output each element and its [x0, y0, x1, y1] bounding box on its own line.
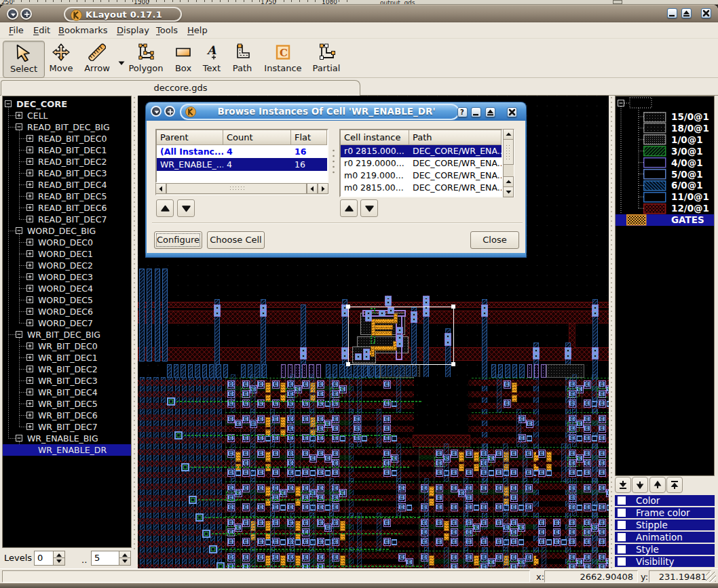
tree-node-wr_bit_dec4[interactable]: WR_BIT_DEC4 [3, 387, 131, 398]
tree-node-read_bit_dec1[interactable]: READ_BIT_DEC1 [3, 144, 131, 156]
instance-table[interactable]: Cell instancePathr0 2815.000...DEC_CORE/… [339, 129, 503, 197]
table-row[interactable]: m0 219.000...DEC_CORE/WR_ENA... [341, 170, 502, 182]
column-header[interactable]: Flat [291, 130, 327, 145]
move-to-bottom-button[interactable] [615, 477, 631, 493]
levels-to-spinbox[interactable]: 5 [91, 551, 131, 566]
menu-tools[interactable]: Tools [156, 25, 178, 35]
tree-node-wr_bit_dec6[interactable]: WR_BIT_DEC6 [3, 410, 131, 421]
menu-help[interactable]: Help [187, 25, 208, 35]
tree-node-wr_bit_dec3[interactable]: WR_BIT_DEC3 [3, 375, 131, 387]
column-header[interactable]: Parent [157, 130, 223, 145]
tree-node-word_dec4[interactable]: WORD_DEC4 [3, 283, 131, 294]
scroll-right-button[interactable] [318, 183, 328, 194]
section-animation[interactable]: Animation [615, 532, 715, 543]
dialog-help-button[interactable]: ? [457, 107, 468, 117]
table-row[interactable]: (All Instanc...416 [157, 145, 327, 158]
tree-node-word_dec6[interactable]: WORD_DEC6 [3, 306, 131, 317]
resize-grip[interactable] [706, 572, 716, 582]
dialog-minimize-button[interactable] [471, 107, 481, 117]
instance-table-vscrollbar[interactable] [503, 129, 514, 197]
layer-row-gates[interactable]: GATES [616, 214, 714, 226]
scroll-down-button[interactable] [503, 187, 514, 197]
tree-node-word_dec3[interactable]: WORD_DEC3 [3, 271, 131, 283]
section-checkbox[interactable] [618, 557, 626, 566]
table-row[interactable]: r0 2815.000...DEC_CORE/WR_ENA... [341, 145, 502, 157]
tree-node-dec_core[interactable]: DEC_CORE [3, 98, 131, 110]
configure-button[interactable]: Configure [154, 231, 202, 249]
section-checkbox[interactable] [618, 496, 626, 505]
levels-from-steppers[interactable] [53, 551, 64, 565]
layer-row-5-0-1[interactable]: 5/0@1 [616, 169, 714, 180]
minimize-button[interactable] [667, 8, 677, 18]
tree-node-word_dec2[interactable]: WORD_DEC2 [3, 260, 131, 271]
layer-row-3-0-1[interactable]: 3/0@1 [616, 146, 714, 157]
tool-box-button[interactable]: Box [168, 41, 199, 78]
titlebar[interactable]: KLayout 0.17.1 [0, 5, 718, 22]
section-style[interactable]: Style [615, 544, 715, 555]
tool-path-button[interactable]: Path [227, 41, 258, 78]
close-button[interactable] [701, 8, 711, 18]
tree-node-cell[interactable]: CELL [3, 110, 131, 121]
levels-from-spinbox[interactable]: 0 [34, 551, 65, 566]
section-color[interactable]: Color [615, 495, 715, 506]
tool-text-button[interactable]: AText [196, 41, 227, 78]
parent-prev-button[interactable] [156, 199, 174, 217]
move-up-button[interactable] [649, 477, 666, 493]
scroll-left-button[interactable] [155, 183, 166, 194]
tree-node-read_bit_dec5[interactable]: READ_BIT_DEC5 [3, 191, 131, 202]
levels-to-steppers[interactable] [119, 551, 130, 565]
table-row[interactable]: r0 219.0000...DEC_CORE/WR_ENA... [341, 157, 502, 170]
layer-list-panel[interactable]: 15/0@118/0@11/0@13/0@14/0@15/0@16/0@111/… [615, 96, 715, 476]
dialog-splitter[interactable] [331, 148, 336, 175]
close-dialog-button[interactable]: Close [470, 231, 519, 249]
column-header[interactable]: Cell instance [341, 130, 409, 145]
tree-node-read_bit_dec6[interactable]: READ_BIT_DEC6 [3, 202, 131, 214]
section-checkbox[interactable] [618, 509, 626, 517]
choose-cell-button[interactable]: Choose Cell [207, 231, 265, 249]
tree-node-read_bit_dec_big[interactable]: READ_BIT_DEC_BIG [3, 121, 131, 133]
tree-node-read_bit_dec0[interactable]: READ_BIT_DEC0 [3, 133, 131, 144]
tree-node-wr_bit_dec1[interactable]: WR_BIT_DEC1 [3, 352, 131, 364]
tool-instance-button[interactable]: CInstance [257, 41, 309, 78]
layer-row-6-0-1[interactable]: 6/0@1 [616, 180, 714, 191]
window-menu-button[interactable] [7, 8, 18, 20]
tool-polygon-button[interactable]: Polygon [122, 41, 169, 78]
layer-row-12-0-1[interactable]: 12/0@1 [616, 203, 714, 214]
tool-move-button[interactable]: Move [45, 41, 77, 78]
layer-row-11-0-1[interactable]: 11/0@1 [616, 191, 714, 203]
tree-node-word_dec0[interactable]: WORD_DEC0 [3, 237, 131, 248]
dialog-pin-button[interactable] [164, 106, 175, 117]
menu-display[interactable]: Display [117, 25, 149, 35]
instance-next-button[interactable] [360, 199, 378, 217]
left-splitter[interactable] [132, 96, 138, 568]
shade-button[interactable] [681, 8, 692, 18]
tree-node-wr_bit_dec5[interactable]: WR_BIT_DEC5 [3, 398, 131, 410]
section-checkbox[interactable] [618, 545, 626, 553]
tree-node-wr_enable_dr[interactable]: WR_ENABLE_DR [3, 444, 131, 456]
tree-node-read_bit_dec2[interactable]: READ_BIT_DEC2 [3, 156, 131, 168]
tree-node-word_dec5[interactable]: WORD_DEC5 [3, 294, 131, 306]
tree-node-wr_bit_dec0[interactable]: WR_BIT_DEC0 [3, 340, 131, 352]
menu-bookmarks[interactable]: Bookmarks [58, 25, 108, 35]
right-splitter[interactable] [609, 96, 615, 568]
layer-row-4-0-1[interactable]: 4/0@1 [616, 157, 714, 169]
parent-next-button[interactable] [177, 199, 195, 217]
tree-node-read_bit_dec3[interactable]: READ_BIT_DEC3 [3, 168, 131, 179]
move-down-button[interactable] [632, 477, 648, 493]
tree-node-wr_enable_big[interactable]: WR_ENABLE_BIG [3, 433, 131, 444]
tool-partial-button[interactable]: Partial [303, 41, 349, 78]
tree-node-wr_bit_dec7[interactable]: WR_BIT_DEC7 [3, 421, 131, 433]
tree-node-read_bit_dec7[interactable]: READ_BIT_DEC7 [3, 214, 131, 225]
scrollbar-grip[interactable] [166, 183, 307, 194]
tab-deccore[interactable]: deccore.gds [1, 80, 360, 96]
dialog-menu-button[interactable] [151, 106, 162, 117]
instance-prev-button[interactable] [340, 199, 358, 217]
section-checkbox[interactable] [618, 521, 626, 529]
tree-node-word_dec1[interactable]: WORD_DEC1 [3, 248, 131, 260]
tree-node-read_bit_dec4[interactable]: READ_BIT_DEC4 [3, 179, 131, 191]
move-to-top-button[interactable] [666, 477, 683, 493]
table-row[interactable]: r0 2862.000...DEC_CORE/WR_ENA... [341, 194, 502, 197]
tree-node-word_dec_big[interactable]: WORD_DEC_BIG [3, 225, 131, 237]
cell-tree-panel[interactable]: DEC_CORECELLREAD_BIT_DEC_BIGREAD_BIT_DEC… [2, 96, 132, 548]
tool-select-button[interactable]: Select [3, 41, 44, 78]
